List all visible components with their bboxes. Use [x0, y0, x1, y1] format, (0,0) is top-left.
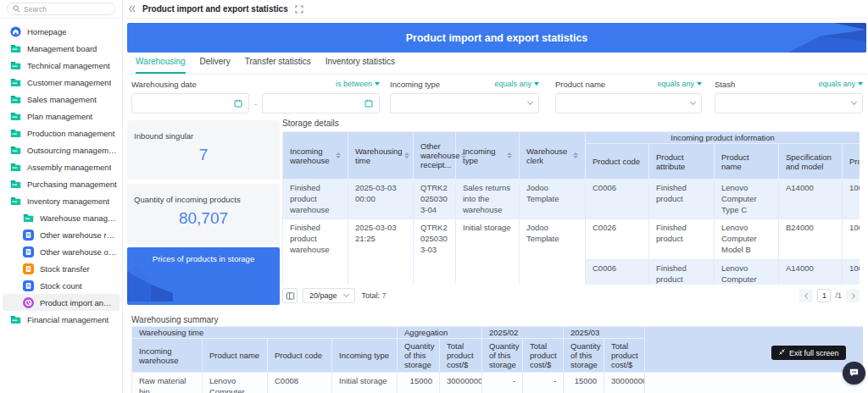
kpi-value: 7: [127, 146, 280, 164]
sidebar-item-stock-count[interactable]: Stock count: [0, 277, 122, 294]
sidebar-item-label: Outsourcing management: [27, 146, 117, 155]
cell-receipt: QTRK20250303-04: [414, 180, 456, 219]
exit-fullscreen-button[interactable]: Exit full screen: [771, 346, 846, 360]
sort-icon[interactable]: [336, 152, 341, 158]
filter-label: Stash: [715, 80, 735, 89]
sidebar-item-production-management[interactable]: Production management: [0, 125, 122, 141]
date-end-input[interactable]: [262, 93, 380, 113]
col-agg-quantity: Quantity of this storage: [398, 339, 440, 373]
column-settings-button[interactable]: [282, 288, 298, 303]
table-row[interactable]: Raw material bin Lenovo Computer Type A …: [132, 373, 864, 393]
page-size-select[interactable]: 20/page: [303, 288, 355, 303]
col-m02-cost: Total product cost/$: [523, 339, 564, 373]
filter-operator[interactable]: equals any: [494, 80, 539, 88]
cell-product-name: Lenovo Computer Type C: [715, 180, 779, 219]
filter-bar: Warehousing date is between - Incoming t…: [123, 78, 868, 117]
section-title: Warehousing summary: [131, 315, 863, 324]
cell-specification: A14000: [779, 259, 843, 285]
table-header-row: Incoming warehouse Warehousing time Othe…: [283, 132, 860, 144]
col-product-code: Product code: [586, 144, 649, 180]
sidebar-item-customer-management[interactable]: Customer management: [0, 74, 122, 91]
group-2025-03: 2025/03: [564, 327, 645, 339]
caret-down-icon: [375, 82, 380, 86]
summary-table: Warehousing time Aggregation 2025/02 202…: [131, 326, 863, 393]
folder-icon: [10, 163, 21, 172]
cell-product-code: C0026: [586, 219, 649, 259]
stash-select[interactable]: [715, 93, 863, 113]
tab-inventory-statistics[interactable]: Inventory statistics: [326, 57, 395, 74]
chat-bubble-button[interactable]: [843, 362, 865, 385]
col-m03-quantity: Quantity of this storage: [564, 339, 604, 373]
sidebar-item-other-warehouse-orders[interactable]: Other warehouse orders: [0, 243, 122, 260]
calendar-icon: [364, 96, 373, 111]
current-page[interactable]: 1: [817, 289, 831, 302]
sidebar-item-label: Inventory management: [27, 196, 109, 206]
sidebar: Homepage Management board Technical mana…: [0, 0, 123, 393]
cell-incoming-type: Initial storage: [332, 373, 398, 393]
sidebar-item-financial-management[interactable]: Financial management: [0, 311, 122, 328]
sidebar-item-label: Technical management: [27, 61, 110, 70]
search-input[interactable]: [24, 5, 109, 14]
filter-operator[interactable]: equals any: [657, 80, 702, 88]
sidebar-item-technical-management[interactable]: Technical management: [0, 57, 122, 74]
sidebar-item-plan-management[interactable]: Plan management: [0, 108, 122, 125]
filter-stash: Stash equals any: [715, 78, 863, 113]
col-incoming-warehouse: Incoming warehouse: [283, 132, 348, 180]
sidebar-item-product-import-export[interactable]: Product import and export s...: [3, 294, 120, 311]
folder-icon: [10, 129, 21, 138]
cell-warehousing-time: 2025-03-03 00:00: [348, 180, 414, 219]
table-row[interactable]: Finished product warehouse 2025-03-03 00…: [283, 180, 860, 219]
tab-warehousing[interactable]: Warehousing: [136, 57, 186, 74]
cell-agg-quantity: 15000: [398, 373, 440, 393]
sidebar-item-assembly-management[interactable]: Assembly management: [0, 158, 122, 175]
sort-icon[interactable]: [573, 152, 578, 158]
sidebar-item-management-board[interactable]: Management board: [0, 40, 122, 57]
product-name-select[interactable]: [555, 93, 702, 113]
incoming-type-select[interactable]: [390, 93, 539, 113]
collapse-sidebar-icon[interactable]: [128, 5, 136, 13]
prev-page-button[interactable]: [799, 289, 813, 302]
sidebar-item-homepage[interactable]: Homepage: [0, 23, 122, 40]
doc-blue-icon: [23, 246, 34, 257]
cell-product-extra: 10001: [843, 180, 860, 219]
sidebar-item-sales-management[interactable]: Sales management: [0, 91, 122, 108]
sidebar-item-other-warehouse-receipt[interactable]: Other warehouse receipt: [0, 226, 122, 243]
tab-transfer-statistics[interactable]: Transfer statistics: [245, 57, 311, 74]
cell-product-code: C0006: [586, 259, 649, 285]
cell-incoming-warehouse: Finished product warehouse: [283, 219, 348, 285]
group-warehousing-time: Warehousing time: [132, 327, 398, 339]
filter-operator[interactable]: is between: [336, 80, 380, 88]
sidebar-item-warehouse-management[interactable]: Warehouse management: [0, 209, 122, 226]
cell-filler: [645, 373, 863, 393]
date-start-input[interactable]: [131, 93, 249, 113]
caret-down-icon: [697, 82, 702, 86]
tab-delivery[interactable]: Delivery: [200, 57, 231, 74]
group-aggregation: Aggregation: [398, 327, 482, 339]
cell-product-name: Lenovo Computer Type A - Water cooled ca…: [203, 373, 268, 393]
table-row[interactable]: Finished product warehouse 2025-03-03 21…: [283, 219, 860, 259]
range-separator: -: [254, 99, 257, 108]
sidebar-item-stock-transfer[interactable]: Stock transfer: [0, 260, 122, 277]
col-incoming-type: Incoming type: [332, 339, 398, 373]
next-page-button[interactable]: [846, 289, 860, 302]
search-box[interactable]: [7, 3, 115, 15]
folder-icon: [10, 95, 21, 104]
filter-label: Incoming type: [390, 80, 440, 89]
filter-operator[interactable]: equals any: [818, 80, 863, 88]
filter-warehousing-date: Warehousing date is between -: [131, 78, 380, 113]
app-window: Homepage Management board Technical mana…: [0, 0, 868, 393]
kpi-card-incoming-quantity: Quantity of incoming products 80,707: [127, 184, 280, 245]
col-agg-cost: Total product cost/$: [440, 339, 482, 373]
cell-warehouse-clerk: Jodoo Template: [520, 219, 586, 285]
sidebar-item-inventory-management[interactable]: Inventory management: [0, 192, 122, 209]
sort-icon[interactable]: [507, 152, 512, 158]
fullscreen-icon[interactable]: [295, 5, 303, 14]
sidebar-nav: Homepage Management board Technical mana…: [0, 19, 122, 328]
kpi-card-inbound-singular: Inbound singular 7: [127, 120, 280, 180]
sidebar-item-outsourcing-management[interactable]: Outsourcing management: [0, 141, 122, 158]
exit-fullscreen-icon: [778, 348, 786, 357]
cell-incoming-warehouse: Finished product warehouse: [283, 180, 348, 219]
sidebar-item-purchasing-management[interactable]: Purchasing management: [0, 175, 122, 192]
cell-specification: A14000: [779, 180, 843, 219]
sort-icon[interactable]: [404, 152, 409, 158]
